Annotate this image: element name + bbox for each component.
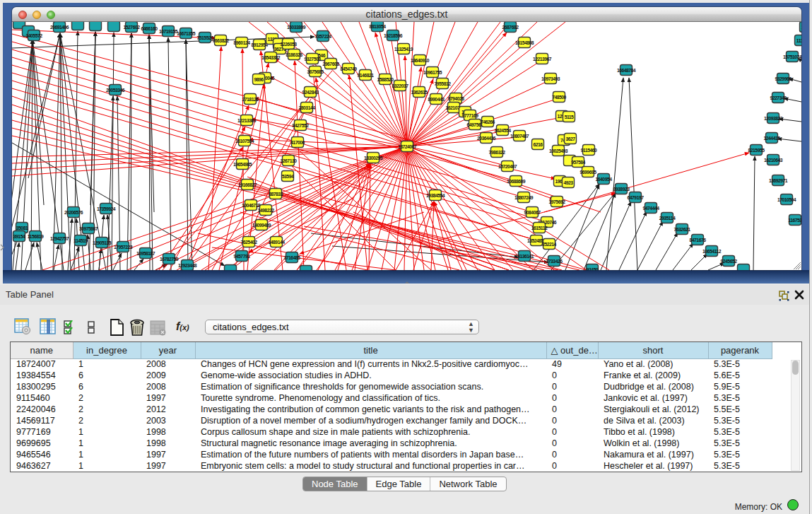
svg-text:1975692: 1975692 [549,199,566,204]
svg-text:12905135: 12905135 [93,240,112,245]
svg-text:9227349: 9227349 [770,95,787,100]
svg-text:10719155: 10719155 [159,29,178,34]
svg-text:3716485: 3716485 [284,255,301,260]
svg-text:19384554: 19384554 [426,193,445,198]
svg-text:8427552: 8427552 [293,123,310,128]
svg-text:9329966: 9329966 [775,76,792,81]
svg-text:1640954: 1640954 [596,177,613,182]
svg-text:8938923: 8938923 [613,187,630,192]
svg-text:9242843: 9242843 [302,90,319,95]
svg-text:15751074: 15751074 [783,54,801,59]
svg-text:15720407: 15720407 [498,164,517,169]
svg-text:3624554: 3624554 [495,128,512,133]
svg-text:8813054: 8813054 [370,24,387,29]
svg-text:9457791: 9457791 [234,254,251,259]
svg-text:7663822: 7663822 [213,38,230,43]
svg-text:3267130: 3267130 [281,158,298,163]
svg-text:92450: 92450 [587,267,599,271]
svg-text:8186328: 8186328 [286,52,303,57]
svg-text:16543382: 16543382 [261,55,281,60]
svg-text:1588520: 1588520 [377,77,394,82]
svg-text:12923448: 12923448 [178,263,197,268]
svg-text:19218596: 19218596 [384,33,403,38]
svg-text:20691406: 20691406 [50,25,69,30]
svg-text:17957223: 17957223 [114,245,133,250]
svg-text:8912954: 8912954 [252,42,269,47]
svg-text:17359924: 17359924 [97,206,116,211]
svg-text:2803144: 2803144 [299,105,316,110]
svg-text:18640910: 18640910 [411,58,430,63]
svg-text:16033809: 16033809 [287,25,306,30]
svg-text:8960124: 8960124 [234,40,251,45]
svg-text:6466160: 6466160 [141,26,158,31]
svg-text:8454749: 8454749 [341,66,358,71]
svg-text:30975867: 30975867 [79,226,98,231]
svg-text:6479197: 6479197 [628,195,645,200]
svg-text:9146821: 9146821 [358,73,375,78]
svg-text:2935114: 2935114 [659,216,676,221]
svg-text:2718126: 2718126 [242,97,259,102]
svg-text:3675685: 3675685 [307,69,324,74]
svg-text:1947: 1947 [801,25,801,30]
svg-text:9245652: 9245652 [721,259,738,264]
svg-text:1405572: 1405572 [26,33,43,38]
svg-text:6216: 6216 [533,142,543,147]
svg-text:1733426: 1733426 [546,259,563,264]
svg-text:8471676: 8471676 [690,238,707,243]
svg-text:13692971: 13692971 [769,178,788,183]
svg-text:748500: 748500 [552,95,566,100]
svg-text:14099489: 14099489 [252,223,271,228]
svg-text:1362615: 1362615 [411,90,428,95]
svg-text:10973493: 10973493 [541,76,560,81]
svg-text:19654985: 19654985 [233,162,252,167]
svg-text:20206576: 20206576 [64,210,83,215]
svg-text:887833: 887833 [269,192,283,197]
svg-text:10046718: 10046718 [242,203,261,208]
svg-text:1489144: 1489144 [269,240,286,245]
svg-text:8322037: 8322037 [392,83,409,88]
svg-text:16648784: 16648784 [617,68,636,73]
svg-text:7632621: 7632621 [674,227,691,232]
svg-text:9474444: 9474444 [643,206,660,211]
svg-text:9794028: 9794028 [448,96,465,101]
svg-text:1112: 1112 [796,38,801,43]
svg-text:252214: 252214 [542,242,556,247]
svg-text:12942757: 12942757 [50,236,69,241]
svg-text:1498222: 1498222 [258,208,275,213]
svg-text:12093822: 12093822 [764,116,783,121]
svg-text:19166827: 19166827 [238,182,257,187]
svg-text:18807249: 18807249 [514,195,534,200]
svg-text:1615112: 1615112 [531,226,548,230]
svg-text:9084067: 9084067 [524,210,541,215]
svg-text:9327508: 9327508 [305,57,322,62]
svg-text:1156819: 1156819 [28,234,44,239]
svg-text:116753: 116753 [788,218,801,223]
svg-text:16154808: 16154808 [515,40,534,45]
svg-text:16107554: 16107554 [235,139,254,144]
svg-text:10654112: 10654112 [702,249,722,254]
svg-text:18724007: 18724007 [398,144,417,149]
svg-text:16671355: 16671355 [177,31,196,36]
svg-text:16782759: 16782759 [160,257,179,262]
svg-text:417006: 417006 [290,140,305,145]
svg-text:5115: 5115 [565,115,574,119]
svg-text:12213967: 12213967 [533,57,552,62]
svg-text:746266: 746266 [481,119,495,124]
svg-text:8215955: 8215955 [748,148,765,153]
svg-text:9115460: 9115460 [581,148,597,153]
svg-text:7625402: 7625402 [241,240,258,245]
svg-text:7986322: 7986322 [489,150,506,155]
svg-text:114519: 114519 [73,238,88,243]
svg-text:18300295: 18300295 [364,156,383,160]
svg-text:7357224: 7357224 [315,34,332,39]
svg-text:7955812: 7955812 [435,81,452,86]
svg-text:10807487: 10807487 [510,134,529,139]
svg-text:17010504: 17010504 [777,197,796,202]
svg-text:3627: 3627 [565,136,575,141]
svg-text:14136141: 14136141 [515,254,534,259]
svg-text:10688609: 10688609 [507,179,526,184]
svg-text:20053346: 20053346 [106,88,125,93]
svg-text:4923: 4923 [563,180,573,185]
svg-text:8990443: 8990443 [428,97,445,102]
svg-text:35081: 35081 [16,226,28,230]
